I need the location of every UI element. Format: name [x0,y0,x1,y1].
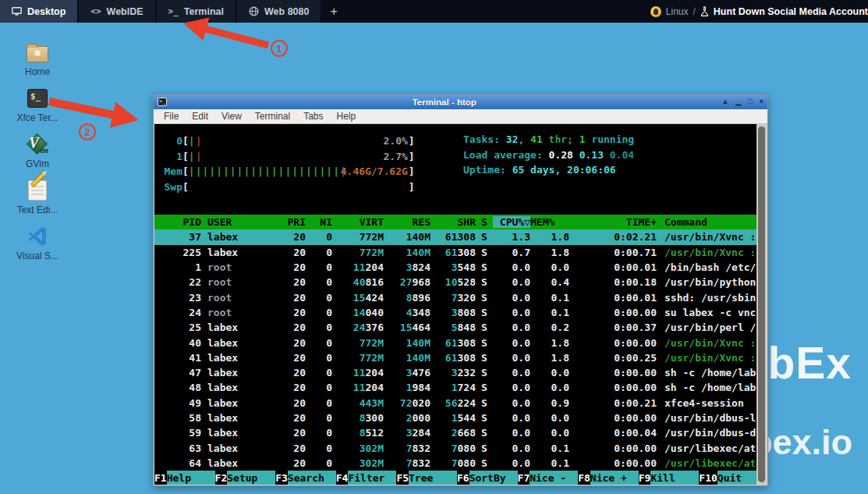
tab-web-8080[interactable]: Web 8080 [237,0,321,23]
cell-user: labex [207,382,275,393]
process-row[interactable]: 23root2001542488967320S0.00.10:00.01sshd… [154,290,756,304]
fkey-f9[interactable]: F9Kill [639,471,700,485]
cell-pid: 24 [161,307,201,318]
menu-edit[interactable]: Edit [192,111,208,122]
cell-command: sshd: /usr/sbin [657,292,756,304]
window-title: Terminal - htop [167,98,721,107]
cell-ni: 0 [306,427,332,439]
cell-state: S [476,322,493,333]
cell-mem: 0.0 [530,412,569,424]
col-header-time[interactable]: TIME+ [569,216,657,228]
cell-command: /usr/bin/Xvnc : [657,247,756,258]
process-row[interactable]: 64labex200302M78327080S0.00.10:00.00/usr… [154,456,756,471]
menu-tabs[interactable]: Tabs [303,111,323,122]
col-header-shr[interactable]: SHR [430,216,476,228]
process-row[interactable]: 59labex200851232842668S0.00.00:00.04/usr… [154,425,756,440]
col-header-virt[interactable]: VIRT [332,216,384,228]
desktop-icon-home[interactable]: Home [9,41,66,77]
col-header-res[interactable]: RES [384,216,430,228]
desktop-icon-xfce-ter-[interactable]: $_Xfce Ter... [9,87,66,123]
menu-terminal[interactable]: Terminal [255,111,290,122]
cell-state: S [476,247,493,258]
desktop-icon-column: Home$_Xfce Ter...VimGVimText Edi...Visua… [9,41,66,261]
cell-mem: 1.8 [530,337,569,349]
fkey-action: Help [167,471,215,485]
cell-mem: 0.0 [530,367,569,378]
cell-user: labex [207,427,275,439]
desktop-icon-gvim[interactable]: VimGVim [9,133,66,169]
process-row[interactable]: 41labex200772M140M61308S0.01.80:00.25/us… [154,350,756,365]
col-header-pri[interactable]: PRI [275,216,306,228]
new-tab-button[interactable]: + [322,0,345,23]
process-row[interactable]: 47labex2001120434763232S0.00.00:00.00sh … [154,365,756,380]
process-row[interactable]: 48labex2001120419841724S0.00.00:00.00sh … [154,380,756,395]
breadcrumb-separator: / [693,6,695,17]
process-row[interactable]: 58labex200830020001544S0.00.00:00.00/usr… [154,410,756,425]
window-titlebar[interactable]: >_ Terminal - htop ▲▁□× [154,94,767,109]
process-row[interactable]: 24root2001404043483808S0.00.10:00.00su l… [154,305,756,320]
cell-pri: 20 [275,412,306,424]
menu-help[interactable]: Help [337,111,356,122]
col-header-pid[interactable]: PID [161,216,201,228]
cell-mem: 0.0 [530,382,569,393]
desktop-icon-visual-s-[interactable]: Visual S... [9,226,66,261]
cell-pid: 1 [161,261,201,273]
desktop-icon-text-edi-[interactable]: Text Edi... [9,179,66,215]
cell-mem: 0.0 [530,427,569,439]
meter-label: Swp [162,181,182,193]
col-header-ni[interactable]: NI [306,216,332,228]
process-row[interactable]: 225labex200772M140M61308S0.71.80:00.71/u… [154,245,756,260]
fkey-f6[interactable]: F6SortBy [457,471,518,485]
process-row[interactable]: 22root200408162796810528S0.00.40:00.18/u… [154,275,756,290]
col-header-user[interactable]: USER [207,216,275,228]
fkey-f10[interactable]: F10Quit [699,471,756,485]
fkey-f4[interactable]: F4Filter [336,471,397,485]
col-header-cpu[interactable]: CPU%▽ [493,216,530,228]
scrollbar-thumb[interactable] [758,126,765,482]
tab-webide[interactable]: <>WebIDE [79,0,154,23]
cell-user: labex [207,322,275,333]
col-header-command[interactable]: Command [657,216,756,228]
cell-state: S [476,397,493,409]
cell-command: xfce4-session [657,397,756,409]
cell-state: S [476,231,493,243]
summary-line-3: Uptime: 65 days, 20:06:06 [463,164,634,179]
fkey-key: F8 [578,471,590,485]
cell-pri: 20 [275,307,306,318]
cell-pid: 25 [161,322,201,333]
tab-desktop[interactable]: Desktop [0,0,77,23]
fkey-f7[interactable]: F7Nice - [518,471,579,485]
menu-file[interactable]: File [164,111,179,122]
fkey-f8[interactable]: F8Nice + [578,471,639,485]
close-button[interactable]: × [760,98,763,105]
desktop-icon-label: Text Edi... [17,204,58,215]
fkey-f2[interactable]: F2Setup [215,471,276,485]
htop-screen[interactable]: 0[||2.0%]1[||2.7%]Mem[||||||||||||||||||… [154,124,756,485]
cell-cpu: 0.0 [493,412,530,424]
meter-value: 2.7% [384,151,408,162]
process-row[interactable]: 1root2001120438243548S0.00.00:00.01/bin/… [154,260,756,275]
menu-view[interactable]: View [221,111,242,122]
process-row[interactable]: 37labex200772M140M61308S1.31.80:02.21/us… [154,229,756,244]
process-row[interactable]: 49labex200443M7202056224S0.00.90:00.21xf… [154,396,756,410]
process-row[interactable]: 25labex20024376154645848S0.00.20:00.37/u… [154,320,756,335]
col-header-s[interactable]: S [476,216,493,228]
tab-terminal[interactable]: >_Terminal [157,0,236,23]
cell-cpu: 0.0 [493,442,530,454]
cell-state: S [476,337,493,349]
fkey-f5[interactable]: F5Tree [396,471,457,485]
terminal-scrollbar[interactable] [756,124,767,485]
process-row[interactable]: 63labex200302M78327080S0.00.10:00.00/usr… [154,440,756,455]
maximize-button[interactable]: □ [748,98,752,105]
fkey-f1[interactable]: F1Help [154,471,215,485]
fkey-f3[interactable]: F3Search [275,471,336,485]
os-label: Linux [666,6,689,17]
minimize-button[interactable]: ▁ [735,98,741,105]
screen: Desktop<>WebIDE>_TerminalWeb 8080 + Linu… [0,0,868,494]
shade-button[interactable]: ▲ [721,98,728,105]
htop-summary: Tasks: 32, 41 thr; 1 runningLoad average… [463,133,634,194]
cell-user: labex [207,397,275,409]
process-row[interactable]: 40labex200772M140M61308S0.01.80:00.00/us… [154,335,756,350]
cell-cpu: 0.0 [493,397,530,409]
col-header-mem[interactable]: MEM% [530,216,569,228]
